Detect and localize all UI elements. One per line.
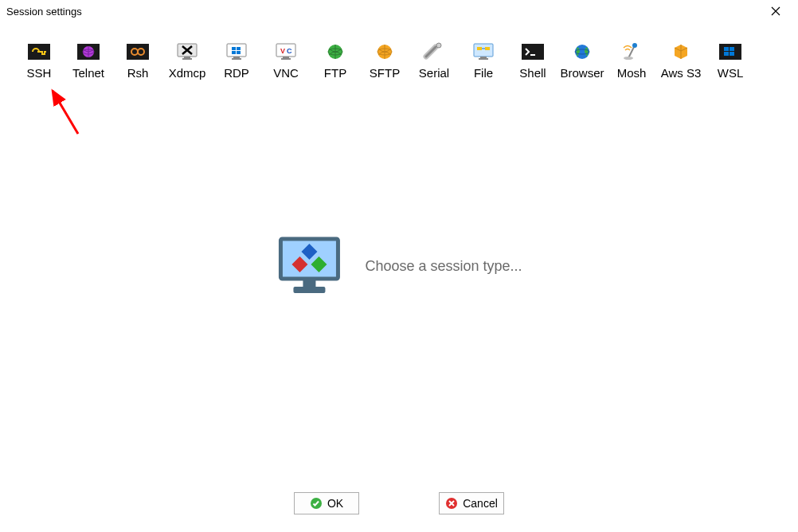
rdp-icon (224, 42, 249, 61)
session-awss3[interactable]: Aws S3 (656, 40, 706, 82)
ok-check-icon (310, 497, 323, 510)
session-label: Serial (419, 66, 449, 80)
session-label: WSL (718, 66, 744, 80)
session-placeholder-icon (276, 234, 342, 298)
session-telnet[interactable]: Telnet (64, 40, 113, 82)
session-label: Rsh (127, 66, 149, 80)
session-mosh[interactable]: Mosh (607, 40, 656, 82)
cancel-x-icon (445, 497, 458, 510)
svg-rect-13 (232, 51, 236, 54)
rsh-icon (125, 42, 151, 61)
svg-rect-27 (474, 44, 493, 57)
svg-point-35 (624, 57, 633, 60)
svg-rect-48 (293, 287, 325, 293)
svg-rect-17 (276, 44, 295, 57)
dialog-footer: OK Cancel (0, 492, 798, 514)
session-label: SFTP (370, 66, 400, 80)
session-wsl[interactable]: WSL (706, 40, 755, 82)
svg-point-26 (436, 43, 441, 48)
cancel-button[interactable]: Cancel (439, 492, 504, 514)
svg-rect-32 (522, 44, 544, 60)
session-rsh[interactable]: Rsh (113, 40, 162, 82)
session-browser[interactable]: Browser (557, 40, 607, 82)
session-ftp[interactable]: FTP (311, 40, 360, 82)
session-rdp[interactable]: RDP (212, 40, 261, 82)
cancel-label: Cancel (463, 497, 498, 510)
session-type-toolbar: SSH Telnet Rsh Xdmcp RDP VC VNC F (0, 22, 798, 88)
session-label: Shell (519, 66, 546, 80)
svg-rect-41 (730, 52, 734, 56)
ok-label: OK (327, 497, 343, 510)
xdmcp-icon (174, 42, 200, 61)
session-label: VNC (273, 66, 299, 80)
session-sftp[interactable]: SFTP (360, 40, 409, 82)
file-icon (471, 42, 496, 61)
session-label: SSH (27, 66, 52, 80)
session-file[interactable]: File (459, 40, 508, 82)
ok-button[interactable]: OK (294, 492, 359, 514)
close-button[interactable] (760, 0, 792, 22)
session-label: Telnet (72, 66, 104, 80)
session-xdmcp[interactable]: Xdmcp (162, 40, 212, 82)
close-icon (771, 6, 780, 16)
ssh-icon (26, 42, 52, 61)
session-label: Mosh (617, 66, 647, 80)
session-label: Browser (560, 66, 604, 80)
svg-rect-9 (182, 58, 192, 60)
vnc-icon: VC (273, 42, 299, 61)
wsl-icon (718, 42, 743, 61)
svg-text:V: V (280, 47, 285, 55)
svg-rect-8 (184, 57, 190, 58)
svg-rect-47 (303, 279, 315, 287)
annotation-arrow (46, 86, 86, 142)
ftp-icon (323, 42, 348, 61)
svg-rect-28 (477, 47, 482, 50)
browser-icon (569, 42, 595, 61)
choose-session-prompt: Choose a session type... (365, 258, 522, 275)
session-label: File (474, 66, 493, 80)
session-label: RDP (224, 66, 249, 80)
svg-rect-16 (232, 58, 241, 60)
shell-icon (520, 42, 546, 61)
svg-rect-40 (724, 52, 729, 56)
svg-rect-11 (232, 47, 236, 50)
titlebar: Session settings (0, 0, 798, 22)
svg-rect-31 (479, 58, 488, 60)
svg-text:C: C (287, 47, 292, 55)
svg-rect-12 (237, 47, 241, 50)
window-title: Session settings (6, 6, 760, 18)
mosh-icon (619, 42, 644, 61)
session-ssh[interactable]: SSH (14, 40, 64, 82)
telnet-icon (76, 42, 101, 61)
awss3-icon (668, 42, 694, 61)
svg-rect-38 (724, 47, 729, 51)
svg-rect-15 (233, 57, 240, 58)
session-serial[interactable]: Serial (409, 40, 459, 82)
svg-rect-30 (480, 57, 487, 58)
svg-point-36 (632, 43, 637, 48)
serial-icon (421, 42, 447, 61)
main-content: Choose a session type... (276, 234, 522, 298)
sftp-icon (372, 42, 397, 61)
svg-rect-14 (237, 51, 241, 54)
svg-rect-39 (730, 47, 734, 51)
session-label: Xdmcp (169, 66, 206, 80)
svg-rect-21 (281, 58, 291, 60)
session-shell[interactable]: Shell (508, 40, 557, 82)
session-label: FTP (324, 66, 346, 80)
svg-rect-29 (485, 47, 490, 50)
session-label: Aws S3 (661, 66, 702, 80)
svg-rect-20 (283, 57, 289, 58)
svg-line-42 (53, 91, 78, 134)
session-vnc[interactable]: VC VNC (261, 40, 311, 82)
